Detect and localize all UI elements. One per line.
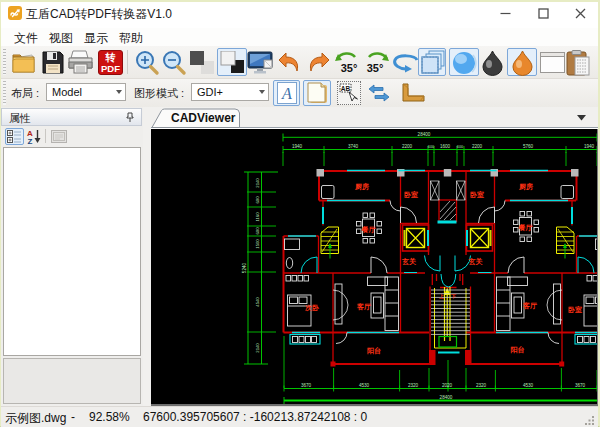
svg-text:卧室: 卧室 bbox=[470, 190, 484, 198]
svg-text:5240: 5240 bbox=[242, 262, 247, 273]
svg-text:4530: 4530 bbox=[523, 383, 534, 388]
svg-text:厨房: 厨房 bbox=[354, 182, 369, 191]
svg-text:2320: 2320 bbox=[408, 383, 419, 388]
svg-text:3740: 3740 bbox=[348, 144, 359, 149]
svg-text:餐厅: 餐厅 bbox=[519, 224, 533, 232]
svg-text:客厅: 客厅 bbox=[522, 301, 537, 310]
svg-text:1940: 1940 bbox=[584, 144, 595, 149]
svg-text:600: 600 bbox=[255, 227, 260, 235]
svg-text:2320: 2320 bbox=[476, 383, 487, 388]
svg-text:3670: 3670 bbox=[575, 383, 586, 388]
svg-text:600: 600 bbox=[428, 145, 434, 149]
svg-text:3670: 3670 bbox=[301, 383, 312, 388]
svg-text:阳台: 阳台 bbox=[367, 347, 381, 355]
svg-text:1500: 1500 bbox=[255, 239, 260, 249]
svg-text:600: 600 bbox=[255, 196, 260, 204]
svg-text:2200: 2200 bbox=[402, 144, 413, 149]
svg-text:2200: 2200 bbox=[472, 144, 483, 149]
svg-text:餐厅: 餐厅 bbox=[362, 226, 376, 234]
svg-text:阳台: 阳台 bbox=[511, 346, 525, 354]
svg-text:A: A bbox=[281, 85, 292, 102]
svg-text:2140: 2140 bbox=[255, 178, 260, 188]
svg-text:28400: 28400 bbox=[418, 132, 431, 137]
svg-text:4540: 4540 bbox=[255, 297, 260, 307]
svg-text:1600: 1600 bbox=[440, 144, 451, 149]
svg-text:2140: 2140 bbox=[255, 343, 260, 353]
svg-text:1940: 1940 bbox=[292, 144, 303, 149]
svg-text:厨房: 厨房 bbox=[518, 182, 533, 191]
svg-text:5760: 5760 bbox=[523, 144, 534, 149]
svg-text:卧室: 卧室 bbox=[404, 190, 418, 198]
svg-text:客厅: 客厅 bbox=[356, 302, 371, 311]
svg-text:AB: AB bbox=[341, 85, 351, 92]
svg-text:下: 下 bbox=[450, 293, 456, 299]
svg-text:Z: Z bbox=[28, 137, 33, 145]
svg-text:35°: 35° bbox=[367, 62, 384, 74]
svg-text:35°: 35° bbox=[341, 62, 358, 74]
svg-text:2020: 2020 bbox=[442, 383, 453, 388]
svg-text:1160: 1160 bbox=[255, 212, 260, 222]
svg-text:卧室: 卧室 bbox=[568, 305, 582, 313]
svg-text:玄关: 玄关 bbox=[401, 257, 416, 266]
svg-text:上: 上 bbox=[438, 293, 444, 299]
svg-text:600: 600 bbox=[457, 145, 463, 149]
svg-text:次卧: 次卧 bbox=[305, 304, 319, 312]
svg-text:28400: 28400 bbox=[440, 395, 453, 400]
svg-text:转: 转 bbox=[105, 52, 116, 63]
svg-text:玄关: 玄关 bbox=[468, 257, 483, 266]
svg-text:PDF: PDF bbox=[101, 63, 120, 74]
svg-text:4530: 4530 bbox=[359, 383, 370, 388]
